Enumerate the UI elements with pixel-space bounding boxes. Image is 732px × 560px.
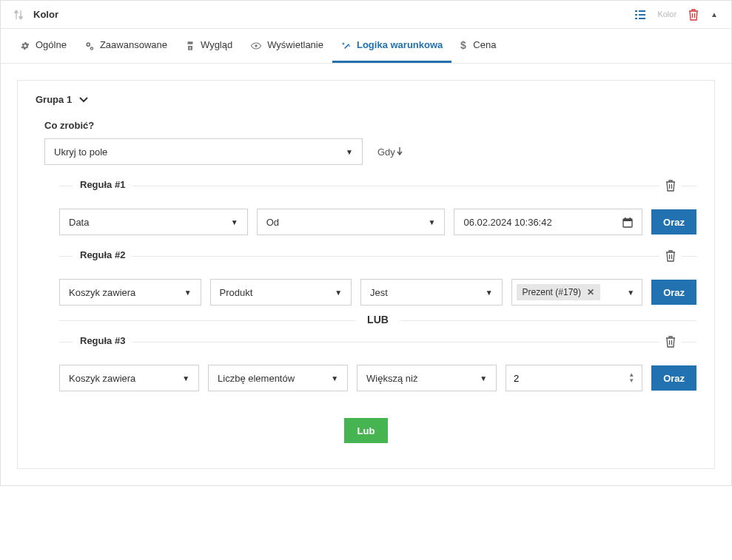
tab-label: Zaawansowane [100, 39, 167, 50]
number-spinner[interactable]: ▲▼ [628, 372, 634, 384]
action-value: Ukryj to pole [54, 146, 107, 158]
chevron-down-icon: ▼ [627, 289, 639, 297]
or-button[interactable]: Lub [344, 418, 389, 443]
calendar-icon[interactable] [622, 216, 633, 228]
rule-product-select[interactable]: Prezent (#179) ✕ ▼ [511, 279, 643, 306]
rule-2: Reguła #2 Koszyk zawiera ▼ Produkt ▼ [36, 256, 696, 306]
svg-rect-9 [623, 219, 632, 221]
rule-field-value: Koszyk zawiera [69, 287, 135, 298]
rule-3: Reguła #3 Koszyk zawiera ▼ Liczbę elemen… [36, 342, 696, 391]
gear-icon [20, 39, 30, 51]
product-tag-label: Prezent (#179) [523, 287, 581, 297]
tab-advanced[interactable]: Zaawansowane [75, 29, 176, 64]
rule-field-value: Data [69, 217, 89, 228]
chevron-down-icon: ▼ [486, 289, 493, 297]
rule-date-input[interactable]: 06.02.2024 10:36:42 [454, 209, 642, 235]
rule-kind-value: Produkt [220, 287, 253, 298]
rule-number-input[interactable]: ▲▼ [506, 365, 642, 391]
tab-label: Wygląd [201, 39, 232, 50]
delete-rule-icon[interactable] [659, 249, 682, 262]
svg-rect-3 [639, 14, 645, 16]
list-icon[interactable] [635, 8, 645, 20]
conditional-panel: Grupa 1 Co zrobić? Ukryj to pole ▼ Gdy [17, 80, 715, 469]
and-button[interactable]: Oraz [651, 365, 696, 391]
tab-price[interactable]: $ Cena [451, 29, 505, 64]
svg-point-6 [255, 44, 258, 47]
chevron-down-icon: ▼ [231, 218, 238, 226]
tabs-bar: Ogólne Zaawansowane Wygląd Wyświetlanie … [1, 29, 731, 64]
rule-op-value: Od [266, 217, 279, 228]
panel-header: Kolor Kolor ▲ [1, 1, 731, 29]
tab-general[interactable]: Ogólne [11, 29, 75, 64]
or-divider: LUB [59, 320, 696, 321]
tab-label: Logika warunkowa [357, 39, 443, 50]
rule-kind-select[interactable]: Produkt ▼ [210, 279, 352, 306]
rule-1: Reguła #1 Data ▼ Od ▼ [36, 186, 696, 235]
tab-content: Grupa 1 Co zrobić? Ukryj to pole ▼ Gdy [1, 64, 731, 485]
rule-field-select[interactable]: Koszyk zawiera ▼ [59, 279, 201, 306]
rule-row: Data ▼ Od ▼ 06.02.2024 10:36:42 [59, 209, 696, 235]
wand-icon [341, 39, 352, 51]
panel-header-left: Kolor [14, 8, 58, 20]
rule-field-select[interactable]: Data ▼ [59, 209, 248, 235]
or-label: LUB [355, 314, 400, 325]
gears-icon [84, 39, 95, 51]
group-label: Grupa 1 [36, 94, 72, 105]
svg-text:$: $ [460, 39, 466, 51]
number-field[interactable] [514, 373, 628, 384]
rule-date-value: 06.02.2024 10:36:42 [463, 217, 551, 228]
tab-appearance[interactable]: Wygląd [176, 29, 241, 64]
tab-display[interactable]: Wyświetlanie [241, 29, 332, 64]
field-type-label: Kolor [657, 10, 676, 18]
arrow-down-icon [397, 147, 403, 156]
action-row: Ukryj to pole ▼ Gdy [44, 138, 696, 165]
rule-field-select[interactable]: Koszyk zawiera ▼ [59, 365, 199, 391]
svg-rect-10 [625, 217, 626, 220]
tab-conditional-logic[interactable]: Logika warunkowa [332, 29, 451, 64]
paint-icon [185, 39, 195, 51]
chevron-down-icon [79, 95, 88, 105]
rule-op-value: Jest [370, 287, 388, 298]
product-tag: Prezent (#179) ✕ [517, 284, 600, 300]
rule-operator-select[interactable]: Od ▼ [257, 209, 446, 235]
svg-rect-11 [630, 217, 631, 220]
when-label: Gdy [377, 146, 403, 158]
panel-header-right: Kolor ▲ [635, 8, 718, 21]
chevron-down-icon: ▼ [335, 289, 342, 297]
group-header[interactable]: Grupa 1 [36, 94, 696, 105]
and-button[interactable]: Oraz [651, 209, 696, 235]
action-select[interactable]: Ukryj to pole ▼ [44, 138, 363, 165]
rule-operator-select[interactable]: Większą niż ▼ [357, 365, 497, 391]
delete-rule-icon[interactable] [659, 335, 682, 348]
rule-row: Koszyk zawiera ▼ Liczbę elementów ▼ Więk… [59, 365, 696, 391]
chevron-down-icon: ▼ [182, 374, 189, 382]
svg-rect-2 [635, 14, 637, 16]
chevron-down-icon: ▼ [429, 218, 436, 226]
svg-rect-1 [639, 10, 645, 12]
tab-label: Cena [473, 39, 496, 50]
chevron-down-icon: ▼ [184, 289, 192, 297]
rule-row: Koszyk zawiera ▼ Produkt ▼ Jest ▼ [59, 279, 696, 306]
chevron-down-icon: ▼ [331, 374, 338, 382]
rule-legend: Reguła #3 [73, 335, 132, 346]
delete-rule-icon[interactable] [659, 179, 682, 192]
remove-tag-icon[interactable]: ✕ [587, 287, 594, 297]
rule-field-value: Koszyk zawiera [69, 373, 135, 384]
rule-op-value: Większą niż [366, 373, 417, 384]
what-to-do-label: Co zrobić? [44, 120, 696, 131]
rule-kind-select[interactable]: Liczbę elementów ▼ [208, 365, 348, 391]
rule-kind-value: Liczbę elementów [218, 373, 295, 384]
collapse-caret-icon[interactable]: ▲ [711, 10, 718, 18]
delete-field-icon[interactable] [688, 8, 699, 21]
and-button[interactable]: Oraz [651, 280, 696, 305]
eye-icon [250, 39, 262, 51]
tab-label: Wyświetlanie [267, 39, 323, 50]
dollar-icon: $ [460, 39, 468, 52]
rule-legend: Reguła #2 [73, 249, 132, 260]
chevron-down-icon: ▼ [480, 374, 487, 382]
field-panel: Kolor Kolor ▲ Ogólne Zaawansowane [0, 0, 732, 486]
rule-operator-select[interactable]: Jest ▼ [360, 279, 503, 306]
svg-rect-0 [635, 10, 637, 12]
chevron-down-icon: ▼ [346, 148, 353, 156]
sort-drag-icon[interactable] [14, 8, 23, 20]
